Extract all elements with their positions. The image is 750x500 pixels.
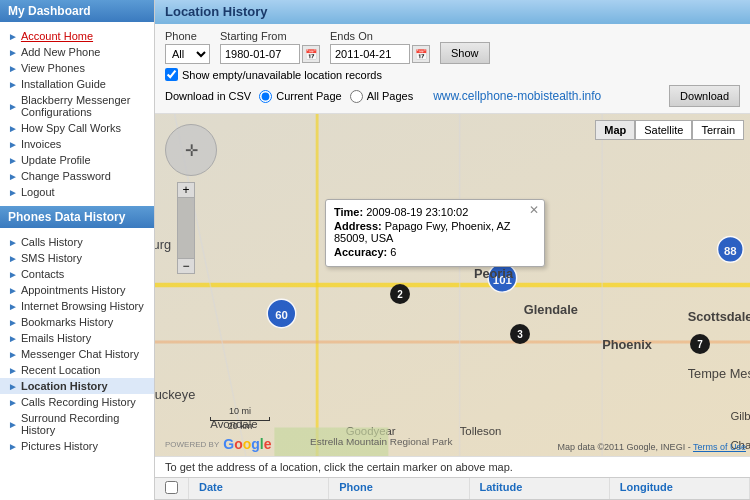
sidebar-item-bookmarks[interactable]: ► Bookmarks History — [0, 314, 154, 330]
map-type-buttons: Map Satellite Terrain — [595, 120, 744, 140]
th-longitude[interactable]: Longitude — [610, 478, 750, 499]
controls-row1: Phone All Starting From 📅 Ends On — [165, 30, 740, 64]
popup-accuracy-label: Accuracy: — [334, 246, 387, 258]
map-type-map-btn[interactable]: Map — [595, 120, 635, 140]
download-row: Download in CSV Current Page All Pages w… — [165, 85, 740, 107]
bullet-icon: ► — [8, 79, 18, 90]
ends-on-calendar-icon[interactable]: 📅 — [412, 45, 430, 63]
all-pages-radio-group: All Pages — [350, 90, 413, 103]
map-type-terrain-btn[interactable]: Terrain — [692, 120, 744, 140]
download-button[interactable]: Download — [669, 85, 740, 107]
bullet-icon: ► — [8, 381, 18, 392]
zoom-slider-track — [177, 198, 195, 258]
bullet-icon: ► — [8, 171, 18, 182]
sidebar-item-view-phones[interactable]: ► View Phones — [0, 60, 154, 76]
popup-accuracy-line: Accuracy: 6 — [334, 246, 536, 258]
phone-select[interactable]: All — [165, 44, 210, 64]
bullet-icon: ► — [8, 419, 18, 430]
popup-close-button[interactable]: ✕ — [529, 203, 539, 217]
sidebar-item-add-new-phone[interactable]: ► Add New Phone — [0, 44, 154, 60]
sidebar-item-update-profile[interactable]: ► Update Profile — [0, 152, 154, 168]
map-container[interactable]: 60 101 88 60 Surprise Peoria Glendale Ph… — [155, 114, 750, 456]
sidebar-item-surround-recording[interactable]: ► Surround Recording History — [0, 410, 154, 438]
page-title: Location History — [155, 0, 750, 24]
sidebar-item-invoices[interactable]: ► Invoices — [0, 136, 154, 152]
sidebar-item-browsing[interactable]: ► Internet Browsing History — [0, 298, 154, 314]
zoom-controls: + − — [177, 182, 195, 274]
terms-of-use-link[interactable]: Terms of Use — [693, 442, 746, 452]
sidebar-item-calls-history[interactable]: ► Calls History — [0, 234, 154, 250]
bullet-icon: ► — [8, 285, 18, 296]
brand-url: www.cellphone-mobistealth.info — [433, 89, 601, 103]
sidebar-item-change-password[interactable]: ► Change Password — [0, 168, 154, 184]
popup-address-line: Address: Papago Fwy, Phoenix, AZ 85009, … — [334, 220, 536, 244]
google-watermark: POWERED BY Google — [165, 436, 272, 452]
ends-on-label: Ends On — [330, 30, 430, 42]
sidebar-item-appointments[interactable]: ► Appointments History — [0, 282, 154, 298]
bullet-icon: ► — [8, 253, 18, 264]
sidebar-item-bbm[interactable]: ► Blackberry Messenger Configurations — [0, 92, 154, 120]
checkbox-row: Show empty/unavailable location records — [165, 68, 382, 81]
bullet-icon: ► — [8, 269, 18, 280]
th-date[interactable]: Date — [189, 478, 329, 499]
sidebar-item-contacts[interactable]: ► Contacts — [0, 266, 154, 282]
csv-label: Download in CSV — [165, 90, 251, 102]
all-pages-label: All Pages — [367, 90, 413, 102]
sidebar-item-location-history[interactable]: ► Location History — [0, 378, 154, 394]
map-navigation[interactable]: ✛ — [165, 124, 217, 176]
bullet-icon: ► — [8, 31, 18, 42]
show-empty-checkbox[interactable] — [165, 68, 178, 81]
current-page-radio[interactable] — [259, 90, 272, 103]
bullet-icon: ► — [8, 349, 18, 360]
powered-by-label: POWERED BY — [165, 440, 219, 449]
map-marker-2[interactable]: 2 — [390, 284, 410, 304]
map-marker-3[interactable]: 3 — [510, 324, 530, 344]
controls-bar: Phone All Starting From 📅 Ends On — [155, 24, 750, 114]
bullet-icon: ► — [8, 317, 18, 328]
nav-circle: ✛ — [165, 124, 217, 176]
bullet-icon: ► — [8, 441, 18, 452]
bullet-icon: ► — [8, 47, 18, 58]
sidebar-item-installation-guide[interactable]: ► Installation Guide — [0, 76, 154, 92]
sidebar-item-pictures[interactable]: ► Pictures History — [0, 438, 154, 454]
all-pages-radio[interactable] — [350, 90, 363, 103]
zoom-out-button[interactable]: − — [177, 258, 195, 274]
sidebar-section-dashboard: My Dashboard — [0, 0, 154, 22]
starting-from-label: Starting From — [220, 30, 320, 42]
show-button[interactable]: Show — [440, 42, 490, 64]
sidebar: My Dashboard ► Account Home ► Add New Ph… — [0, 0, 155, 500]
sidebar-item-spy-call[interactable]: ► How Spy Call Works — [0, 120, 154, 136]
select-all-checkbox[interactable] — [165, 481, 178, 494]
sidebar-item-account-home[interactable]: ► Account Home — [0, 28, 154, 44]
info-popup: ✕ Time: 2009-08-19 23:10:02 Address: Pap… — [325, 199, 545, 267]
scale-km: 20 km — [228, 421, 253, 431]
popup-accuracy-value: 6 — [390, 246, 396, 258]
map-marker-7[interactable]: 7 — [690, 334, 710, 354]
bullet-icon: ► — [8, 123, 18, 134]
map-type-satellite-btn[interactable]: Satellite — [635, 120, 692, 140]
phone-label: Phone — [165, 30, 210, 42]
sidebar-item-recent-location[interactable]: ► Recent Location — [0, 362, 154, 378]
th-phone[interactable]: Phone — [329, 478, 469, 499]
controls-row2: Show empty/unavailable location records — [165, 68, 740, 81]
sidebar-item-emails[interactable]: ► Emails History — [0, 330, 154, 346]
scale-bar: 10 mi 20 km — [210, 406, 270, 431]
th-latitude[interactable]: Latitude — [470, 478, 610, 499]
show-empty-label: Show empty/unavailable location records — [182, 69, 382, 81]
sidebar-item-sms-history[interactable]: ► SMS History — [0, 250, 154, 266]
main-content: Location History Phone All Starting From… — [155, 0, 750, 500]
bullet-icon: ► — [8, 101, 18, 112]
popup-time-label: Time: — [334, 206, 363, 218]
zoom-in-button[interactable]: + — [177, 182, 195, 198]
sidebar-item-logout[interactable]: ► Logout — [0, 184, 154, 200]
csv-row: Download in CSV Current Page All Pages — [165, 90, 413, 103]
bullet-icon: ► — [8, 155, 18, 166]
starting-from-input[interactable] — [220, 44, 300, 64]
bullet-icon: ► — [8, 301, 18, 312]
ends-on-input[interactable] — [330, 44, 410, 64]
starting-from-calendar-icon[interactable]: 📅 — [302, 45, 320, 63]
bullet-icon: ► — [8, 397, 18, 408]
sidebar-item-messenger[interactable]: ► Messenger Chat History — [0, 346, 154, 362]
sidebar-item-calls-recording[interactable]: ► Calls Recording History — [0, 394, 154, 410]
account-home-link[interactable]: Account Home — [21, 30, 93, 42]
